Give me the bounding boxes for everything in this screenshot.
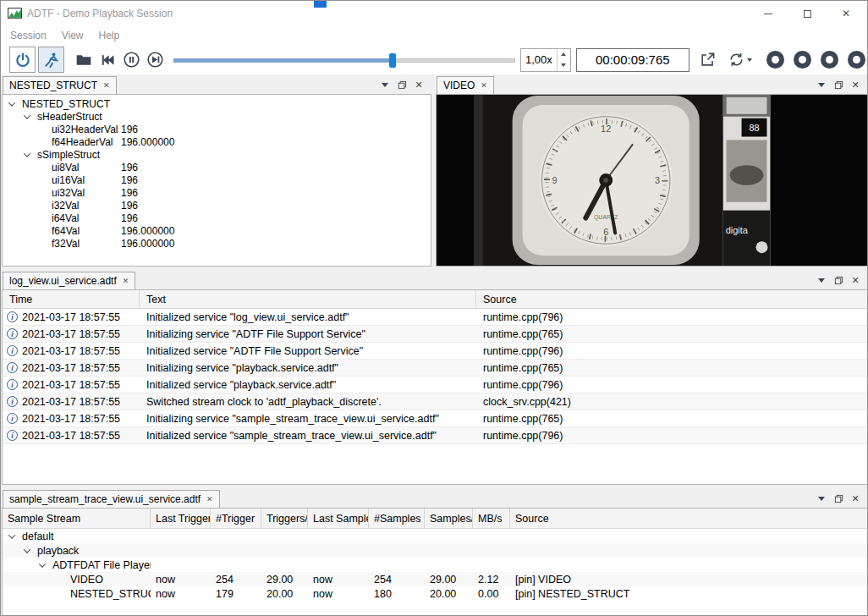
panel-float-button[interactable] bbox=[830, 272, 847, 288]
circle-button-2[interactable] bbox=[794, 51, 811, 69]
stream-row[interactable]: playback bbox=[3, 543, 867, 558]
run-button[interactable] bbox=[38, 47, 64, 73]
column-header-last-trigger[interactable]: Last Trigger bbox=[151, 509, 211, 529]
speed-increase-button[interactable] bbox=[558, 49, 570, 60]
panel-menu-button[interactable] bbox=[813, 77, 830, 92]
panel-menu-button[interactable] bbox=[813, 272, 830, 288]
column-header-num-trigger[interactable]: #Trigger bbox=[211, 509, 261, 529]
column-header-time[interactable]: Time bbox=[3, 290, 140, 309]
expand-arrow-icon[interactable] bbox=[8, 531, 15, 538]
tree-row[interactable]: ui32Val196 bbox=[3, 186, 431, 199]
open-file-button[interactable] bbox=[72, 48, 96, 72]
log-row[interactable]: i2021-03-17 18:57:55 Initializing servic… bbox=[3, 410, 867, 427]
panel-close-button[interactable]: ✕ bbox=[410, 77, 427, 92]
tree-row[interactable]: f32Val196.000000 bbox=[3, 237, 431, 250]
tab-close-icon[interactable]: ✕ bbox=[103, 82, 110, 90]
tab-sample-stream-trace[interactable]: sample_stream_trace_view.ui_service.adtf… bbox=[3, 490, 220, 508]
pause-button[interactable] bbox=[119, 48, 143, 72]
log-row[interactable]: i2021-03-17 18:57:55 Initializing servic… bbox=[3, 360, 867, 377]
stream-row[interactable]: NESTED_STRUCT now 179 20.00 now 180 20.0… bbox=[3, 586, 867, 601]
tree-row[interactable]: ui8Val196 bbox=[3, 161, 431, 173]
playback-position-slider[interactable] bbox=[173, 48, 515, 72]
stream-name: NESTED_STRUCT bbox=[3, 588, 151, 600]
info-icon: i bbox=[7, 311, 18, 322]
tree-row[interactable]: sSimpleStruct bbox=[3, 148, 431, 161]
panel-menu-button[interactable] bbox=[376, 77, 393, 92]
panel-close-button[interactable]: ✕ bbox=[847, 77, 864, 92]
log-row[interactable]: i2021-03-17 18:57:55 Initialized service… bbox=[3, 343, 867, 360]
tab-close-icon[interactable]: ✕ bbox=[206, 496, 213, 503]
expand-arrow-icon[interactable] bbox=[8, 99, 15, 106]
stream-row[interactable]: VIDEO now 254 29.00 now 254 29.00 2.12 [… bbox=[3, 572, 867, 586]
repeat-button[interactable] bbox=[723, 48, 757, 72]
log-row[interactable]: i2021-03-17 18:57:55 Initialized service… bbox=[3, 377, 867, 393]
log-time: 2021-03-17 18:57:55 bbox=[22, 362, 120, 374]
nested-struct-panel: NESTED_STRUCT ✕ ✕ NESTED_STRUCT sHeaderS… bbox=[1, 75, 432, 267]
vertical-splitter[interactable] bbox=[431, 75, 435, 267]
log-row[interactable]: i2021-03-17 18:57:55 Initialized service… bbox=[3, 309, 867, 326]
slider-handle[interactable] bbox=[389, 53, 396, 68]
stream-row[interactable]: default bbox=[3, 529, 867, 543]
power-toggle-button[interactable] bbox=[9, 47, 36, 73]
circle-button-3[interactable] bbox=[821, 51, 838, 69]
column-header-last-sample[interactable]: Last Sample bbox=[308, 509, 369, 529]
expand-arrow-icon[interactable] bbox=[24, 150, 30, 157]
tree-row[interactable]: i32Val196 bbox=[3, 199, 431, 212]
column-header-num-samples[interactable]: #Samples bbox=[369, 509, 425, 529]
panel-float-button[interactable] bbox=[830, 77, 847, 92]
stream-name: playback bbox=[37, 545, 79, 557]
tab-video[interactable]: VIDEO ✕ bbox=[437, 76, 494, 94]
tab-close-icon[interactable]: ✕ bbox=[123, 278, 129, 285]
cell-mb-per-s: 0.00 bbox=[473, 588, 510, 600]
panel-close-button[interactable]: ✕ bbox=[847, 491, 864, 506]
column-header-triggers-per-s[interactable]: Triggers/s bbox=[261, 509, 308, 529]
menu-session[interactable]: Session bbox=[3, 28, 54, 43]
column-header-samples-per-s[interactable]: Samples/s bbox=[425, 509, 473, 529]
export-button[interactable] bbox=[696, 48, 720, 72]
panel-close-button[interactable]: ✕ bbox=[847, 272, 864, 288]
tree-row[interactable]: f64HeaderVal196.000000 bbox=[3, 135, 431, 148]
expand-arrow-icon[interactable] bbox=[39, 560, 46, 567]
stream-row[interactable]: ADTFDAT File Player bbox=[3, 558, 867, 572]
jump-to-start-button[interactable] bbox=[96, 48, 119, 72]
chevron-down-icon bbox=[382, 83, 388, 87]
tab-nested-struct[interactable]: NESTED_STRUCT ✕ bbox=[3, 76, 117, 94]
tab-log-view[interactable]: log_view.ui_service.adtf ✕ bbox=[3, 272, 135, 289]
maximize-button[interactable] bbox=[788, 1, 827, 26]
log-text: Initialized service "sample_stream_trace… bbox=[140, 430, 476, 442]
minimize-button[interactable] bbox=[749, 1, 788, 26]
column-header-sample-stream[interactable]: Sample Stream bbox=[3, 509, 151, 529]
tab-close-icon[interactable]: ✕ bbox=[481, 82, 487, 90]
speed-decrease-button[interactable] bbox=[558, 60, 570, 71]
tree-label: sHeaderStruct bbox=[37, 111, 102, 123]
tree-row[interactable]: i64Val196 bbox=[3, 212, 431, 224]
log-row[interactable]: i2021-03-17 18:57:55 Initializing servic… bbox=[3, 326, 867, 343]
circle-button-1[interactable] bbox=[766, 51, 784, 69]
column-header-source[interactable]: Source bbox=[510, 509, 867, 529]
close-button[interactable]: ✕ bbox=[827, 1, 865, 26]
expand-arrow-icon[interactable] bbox=[24, 546, 30, 553]
log-time: 2021-03-17 18:57:55 bbox=[22, 328, 120, 340]
panel-float-button[interactable] bbox=[830, 491, 847, 506]
column-header-source[interactable]: Source bbox=[476, 290, 867, 309]
cell-num-trigger: 179 bbox=[211, 588, 261, 600]
repeat-dropdown-caret-icon[interactable] bbox=[747, 58, 752, 62]
jump-to-end-button[interactable] bbox=[143, 48, 167, 72]
column-header-text[interactable]: Text bbox=[140, 290, 476, 309]
tree-row[interactable]: ui32HeaderVal196 bbox=[3, 123, 431, 135]
speed-spinbox[interactable]: 1,00x bbox=[520, 48, 571, 72]
log-row[interactable]: i2021-03-17 18:57:55 Initialized service… bbox=[3, 427, 867, 444]
tree-row[interactable]: ui16Val196 bbox=[3, 173, 431, 186]
menu-help[interactable]: Help bbox=[91, 28, 128, 43]
log-row[interactable]: i2021-03-17 18:57:55 Switched stream clo… bbox=[3, 393, 867, 410]
tree-row[interactable]: sHeaderStruct bbox=[3, 110, 431, 123]
tree-row[interactable]: f64Val196.000000 bbox=[3, 224, 431, 237]
column-header-mb-per-s[interactable]: MB/s bbox=[473, 509, 510, 529]
panel-menu-button[interactable] bbox=[813, 491, 830, 506]
expand-arrow-icon[interactable] bbox=[24, 112, 30, 118]
tree-row[interactable]: NESTED_STRUCT bbox=[3, 97, 431, 110]
circle-button-4[interactable] bbox=[848, 51, 865, 69]
menu-view[interactable]: View bbox=[54, 28, 91, 43]
panel-float-button[interactable] bbox=[393, 77, 410, 92]
info-icon: i bbox=[7, 413, 18, 424]
